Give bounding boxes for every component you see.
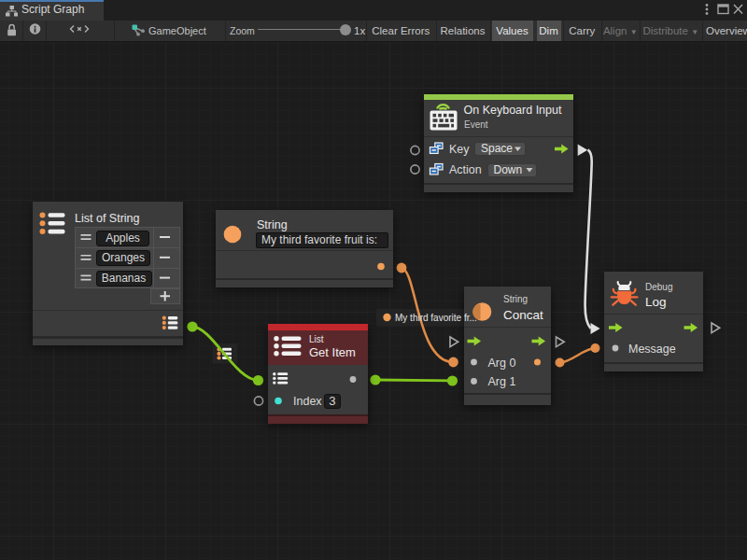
svg-text:My third favorite fr...: My third favorite fr... [395, 313, 477, 323]
